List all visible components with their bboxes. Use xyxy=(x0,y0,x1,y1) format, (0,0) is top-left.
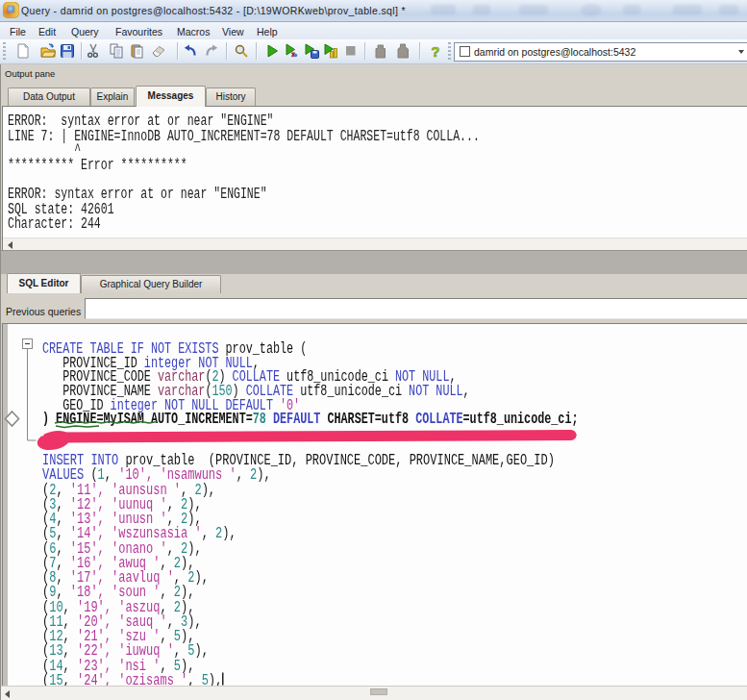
svg-text:?: ? xyxy=(432,44,440,60)
